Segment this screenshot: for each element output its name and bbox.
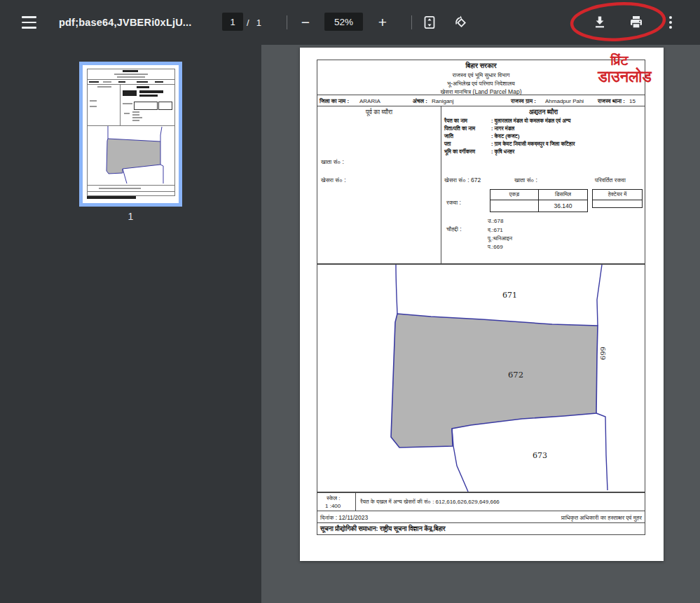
address-label: पता (444, 141, 451, 148)
previous-details-column: पूर्व का ब्यौरा खाता सं० : खेसरा सं० : (317, 106, 441, 263)
date-label: दिनांक : 12/11/2023 (320, 514, 368, 522)
boundary-line-right-bottom (596, 413, 608, 490)
page-number-input[interactable]: 1 (222, 13, 243, 31)
zoom-level-input[interactable]: 52% (324, 13, 363, 31)
thumbnail-page-number: 1 (79, 211, 182, 222)
boundary-west: प.:669 (488, 244, 503, 251)
hectare-table: हेक्टेयर में (592, 189, 643, 208)
signature-label: प्राधिकृत अधिकारी का हस्ताक्षर एवं मुहर (561, 514, 642, 522)
gov-title: बिहार सरकार (465, 62, 496, 70)
thana-label: राजस्व थाना : (598, 98, 625, 105)
boundary-east: पू.:थनिआइन (488, 235, 512, 242)
current-details-column: अद्यतन ब्यौरा रैयत का नाम : दुलारलाल मंड… (441, 106, 646, 263)
directorate-line: भू-अभिलेख एवं परिमाप निदेशालय (447, 80, 515, 88)
parcel-671-label: 671 (502, 291, 517, 300)
date-signature-row: दिनांक : 12/11/2023 प्राधिकृत अधिकारी का… (317, 511, 645, 523)
district-label: जिला का नाम : (320, 98, 349, 105)
current-heading: अद्यतन ब्यौरा (441, 109, 646, 116)
menu-icon[interactable] (20, 14, 38, 31)
boundary-line-673 (452, 429, 468, 492)
other-khesra-note: रैयत के दखल में अन्य खेसरों की सं० : 612… (360, 499, 500, 506)
previous-khata-label: खाता सं० : (321, 158, 344, 166)
boundary-north: उ.:678 (488, 218, 503, 225)
parivartit-label: परिवर्तित रकवा (595, 176, 626, 184)
address-value: : ग्राम केवट निवासी मकदमपुर व जिला कटिहा… (491, 141, 575, 148)
scale-label: स्केल : (327, 495, 341, 502)
print-icon[interactable] (624, 10, 649, 35)
pdf-viewport: बिहार सरकार राजस्व एवं भूमि सुधार विभाग … (261, 45, 700, 603)
father-name-value: : नागर मंडल (491, 125, 514, 132)
village-label: राजस्व ग्राम : (511, 98, 536, 105)
boundary-line-top-left (396, 265, 397, 314)
previous-khesra-label: खेसरा सं० : (321, 176, 346, 184)
download-icon[interactable] (587, 10, 612, 35)
previous-heading: पूर्व का ब्यौरा (317, 109, 441, 116)
zoom-in-button[interactable]: + (370, 10, 395, 35)
details-section: पूर्व का ब्यौरा खाता सं० : खेसरा सं० : अ… (317, 106, 645, 264)
dept-line: राजस्व एवं भूमि सुधार विभाग (452, 71, 509, 79)
parcel-672-shape (391, 314, 598, 448)
caste-value: : केवट (कजट) (491, 133, 519, 140)
thumbnail-sidebar: 1 (0, 45, 261, 603)
anchal-value: Raniganj (432, 98, 454, 104)
parcel-672-label: 672 (508, 370, 523, 380)
scale-row: स्केल : 1 :400 रैयत के दखल में अन्य खेसर… (317, 492, 645, 511)
page-thumbnail[interactable] (79, 62, 182, 207)
parcel-669-label: 669 (599, 347, 607, 360)
village-value: Ahmadpur Pahi (545, 98, 584, 104)
decimal-header: डिसमिल (539, 190, 587, 200)
caste-label: जाति (444, 133, 453, 140)
boundary-line-right-top (597, 265, 602, 326)
boundary-south: द.:671 (488, 227, 503, 234)
document-header: बिहार सरकार राजस्व एवं भूमि सुधार विभाग … (317, 60, 645, 95)
parcel-673-label: 673 (533, 451, 547, 460)
father-name-label: पिता/पति का नाम (444, 125, 475, 132)
anchal-label: अंचल : (413, 98, 427, 105)
document-title: pdf;base64,JVBERi0xLjU... (59, 0, 192, 45)
raiyat-name-value: : दुलारलाल मंडल वो कमलक मंडल एवं अन्य (491, 118, 570, 125)
footer-row: सूचना प्रौद्योगिकी समाधान: राष्ट्रीय सूच… (317, 522, 645, 535)
land-class-label: भूमि का वर्गीकरण (444, 148, 475, 155)
hectare-value (593, 200, 642, 207)
acre-header: एकड़ (490, 190, 539, 200)
acre-value (490, 200, 539, 212)
pdf-page: बिहार सरकार राजस्व एवं भूमि सुधार विभाग … (300, 48, 664, 561)
current-khata-label: खाता सं० : (514, 176, 537, 184)
raiyat-name-label: रैयत का नाम (444, 118, 467, 125)
chauhaddi-label: चौहद्दी : (446, 226, 462, 233)
page-thumbnail-preview (83, 65, 179, 203)
location-meta-row: जिला का नाम : ARARIA अंचल : Raniganj राज… (317, 95, 645, 106)
parcel-map: 671 672 673 669 (317, 264, 645, 492)
toolbar-divider (411, 15, 412, 29)
area-table: एकड़ डिसमिल 36.140 (490, 189, 588, 212)
fit-to-page-icon[interactable] (417, 10, 442, 35)
pdf-viewer-toolbar: pdf;base64,JVBERi0xLjU... 1 / 1 − 52% + (0, 0, 700, 45)
decimal-value: 36.140 (539, 200, 587, 212)
toolbar-divider (287, 15, 287, 29)
land-class-value: : कृषि धनहर (491, 148, 514, 155)
scale-value: 1 :400 (325, 503, 341, 509)
thana-value: 15 (629, 98, 636, 104)
rotate-icon[interactable] (448, 10, 474, 35)
parcel-map-svg: 671 672 673 669 (317, 265, 645, 492)
hectare-header: हेक्टेयर में (593, 190, 642, 200)
rakwa-label: रकवा : (446, 199, 461, 207)
more-options-icon[interactable] (658, 10, 683, 35)
page-count-label: / 1 (247, 0, 262, 45)
zoom-out-button[interactable]: − (293, 10, 318, 35)
district-value: ARARIA (359, 98, 380, 104)
current-khesra-label: खेसरा सं० : 672 (444, 176, 481, 184)
it-solution-footer: सूचना प्रौद्योगिकी समाधान: राष्ट्रीय सूच… (320, 525, 446, 533)
